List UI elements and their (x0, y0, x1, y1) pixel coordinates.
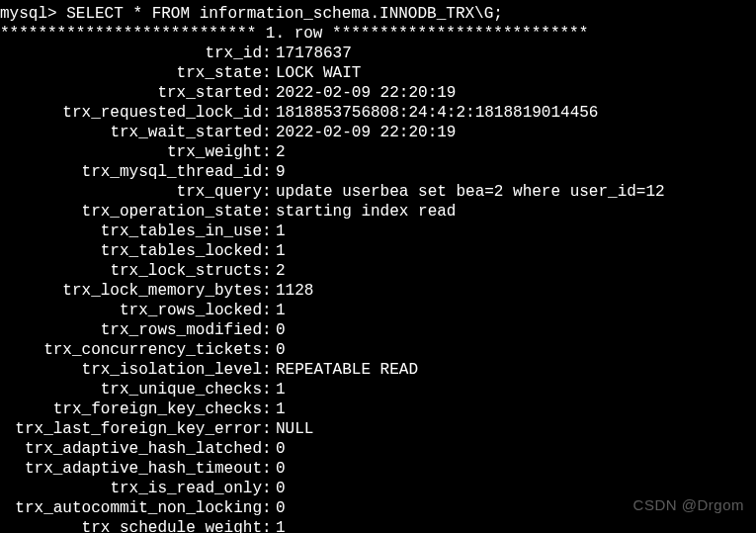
field-value: 1 (272, 301, 286, 320)
result-row: trx_schedule_weight:1 (0, 518, 756, 533)
colon-separator: : (262, 281, 272, 301)
colon-separator: : (262, 202, 272, 222)
field-value: REPEATABLE READ (272, 360, 418, 380)
field-label: trx_isolation_level (0, 360, 262, 380)
result-row: trx_query:update userbea set bea=2 where… (0, 182, 756, 202)
field-value: 1 (272, 380, 286, 400)
result-row: trx_started:2022-02-09 22:20:19 (0, 83, 756, 103)
field-value: 2 (272, 261, 286, 281)
result-row: trx_foreign_key_checks:1 (0, 400, 756, 419)
colon-separator: : (262, 83, 272, 103)
colon-separator: : (262, 320, 272, 340)
result-row: trx_id:17178637 (0, 44, 756, 63)
colon-separator: : (262, 498, 272, 518)
result-row: trx_lock_memory_bytes:1128 (0, 281, 756, 301)
result-row: trx_mysql_thread_id:9 (0, 162, 756, 182)
result-row: trx_wait_started:2022-02-09 22:20:19 (0, 123, 756, 142)
result-row: trx_weight:2 (0, 142, 756, 162)
field-value: starting index read (272, 202, 456, 222)
field-label: trx_autocommit_non_locking (0, 498, 262, 518)
result-row: trx_lock_structs:2 (0, 261, 756, 281)
field-label: trx_adaptive_hash_timeout (0, 459, 262, 479)
field-value: 9 (272, 162, 286, 182)
field-value: 0 (272, 439, 286, 459)
field-label: trx_foreign_key_checks (0, 400, 262, 419)
field-label: trx_query (0, 182, 262, 202)
field-value: 1 (272, 518, 286, 533)
colon-separator: : (262, 103, 272, 123)
field-value: 2022-02-09 22:20:19 (272, 123, 456, 142)
result-row: trx_unique_checks:1 (0, 380, 756, 400)
field-value: 17178637 (272, 44, 352, 63)
field-label: trx_requested_lock_id (0, 103, 262, 123)
colon-separator: : (262, 162, 272, 182)
result-row: trx_operation_state:starting index read (0, 202, 756, 222)
field-label: trx_started (0, 83, 262, 103)
field-value: 1 (272, 222, 286, 241)
field-value: 0 (272, 498, 286, 518)
result-row: trx_adaptive_hash_timeout:0 (0, 459, 756, 479)
field-label: trx_rows_modified (0, 320, 262, 340)
field-label: trx_id (0, 44, 262, 63)
result-row: trx_last_foreign_key_error:NULL (0, 419, 756, 439)
result-row: trx_tables_locked:1 (0, 241, 756, 261)
colon-separator: : (262, 459, 272, 479)
field-value: 1 (272, 400, 286, 419)
field-value: LOCK WAIT (272, 63, 361, 83)
result-row: trx_requested_lock_id:1818853756808:24:4… (0, 103, 756, 123)
field-label: trx_is_read_only (0, 479, 262, 498)
result-rows: trx_id:17178637trx_state:LOCK WAITtrx_st… (0, 44, 756, 533)
field-value: 2022-02-09 22:20:19 (272, 83, 456, 103)
field-value: 0 (272, 320, 286, 340)
result-row: trx_tables_in_use:1 (0, 222, 756, 241)
mysql-prompt-line: mysql> SELECT * FROM information_schema.… (0, 4, 756, 24)
watermark-text: CSDN @Drgom (633, 495, 744, 515)
field-label: trx_tables_in_use (0, 222, 262, 241)
colon-separator: : (262, 261, 272, 281)
colon-separator: : (262, 380, 272, 400)
field-label: trx_weight (0, 142, 262, 162)
colon-separator: : (262, 419, 272, 439)
field-label: trx_lock_structs (0, 261, 262, 281)
field-label: trx_wait_started (0, 123, 262, 142)
colon-separator: : (262, 518, 272, 533)
field-value: update userbea set bea=2 where user_id=1… (272, 182, 665, 202)
colon-separator: : (262, 241, 272, 261)
field-value: 0 (272, 340, 286, 360)
result-row: trx_rows_locked:1 (0, 301, 756, 320)
field-label: trx_mysql_thread_id (0, 162, 262, 182)
field-label: trx_unique_checks (0, 380, 262, 400)
colon-separator: : (262, 123, 272, 142)
colon-separator: : (262, 63, 272, 83)
field-value: 1128 (272, 281, 313, 301)
field-value: 2 (272, 142, 286, 162)
result-row: trx_adaptive_hash_latched:0 (0, 439, 756, 459)
colon-separator: : (262, 301, 272, 320)
row-separator: *************************** 1. row *****… (0, 24, 756, 44)
result-row: trx_concurrency_tickets:0 (0, 340, 756, 360)
colon-separator: : (262, 340, 272, 360)
field-label: trx_schedule_weight (0, 518, 262, 533)
colon-separator: : (262, 182, 272, 202)
result-row: trx_isolation_level:REPEATABLE READ (0, 360, 756, 380)
field-label: trx_adaptive_hash_latched (0, 439, 262, 459)
result-row: trx_state:LOCK WAIT (0, 63, 756, 83)
field-label: trx_operation_state (0, 202, 262, 222)
field-label: trx_lock_memory_bytes (0, 281, 262, 301)
field-value: 1818853756808:24:4:2:1818819014456 (272, 103, 598, 123)
field-label: trx_state (0, 63, 262, 83)
result-row: trx_rows_modified:0 (0, 320, 756, 340)
colon-separator: : (262, 439, 272, 459)
field-value: 0 (272, 479, 286, 498)
field-value: NULL (272, 419, 313, 439)
field-value: 0 (272, 459, 286, 479)
colon-separator: : (262, 360, 272, 380)
field-label: trx_tables_locked (0, 241, 262, 261)
field-label: trx_rows_locked (0, 301, 262, 320)
colon-separator: : (262, 44, 272, 63)
field-label: trx_last_foreign_key_error (0, 419, 262, 439)
colon-separator: : (262, 222, 272, 241)
colon-separator: : (262, 400, 272, 419)
colon-separator: : (262, 142, 272, 162)
colon-separator: : (262, 479, 272, 498)
